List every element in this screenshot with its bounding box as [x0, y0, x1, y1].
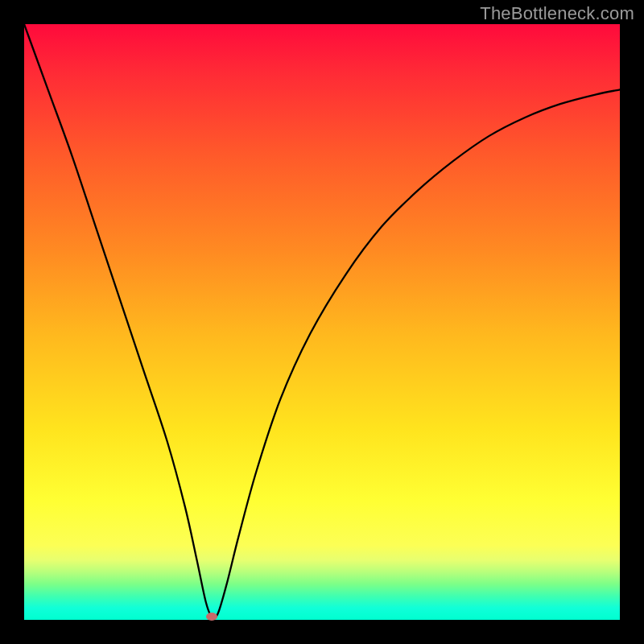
bottleneck-curve — [24, 24, 620, 618]
plot-area — [24, 24, 620, 620]
minimum-marker — [206, 613, 217, 621]
watermark: TheBottleneck.com — [480, 3, 634, 24]
chart-frame: TheBottleneck.com — [0, 0, 644, 644]
curve-svg — [24, 24, 620, 620]
